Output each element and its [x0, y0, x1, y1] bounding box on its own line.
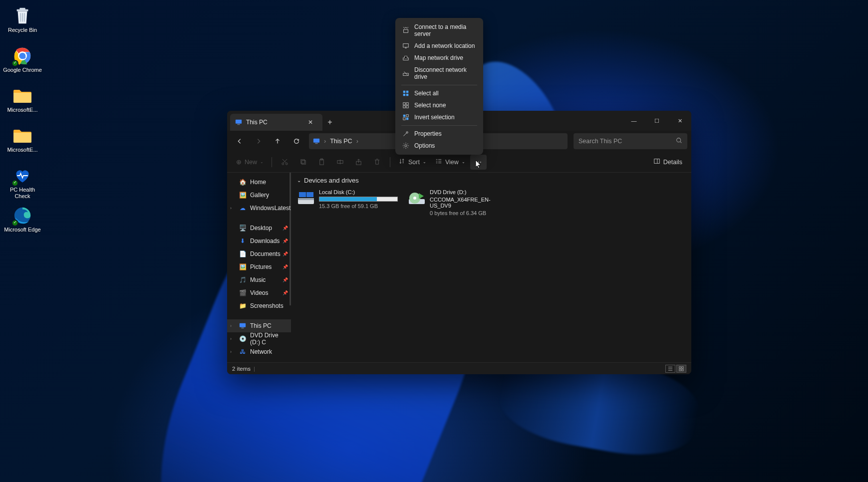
breadcrumb-location[interactable]: This PC	[330, 138, 352, 145]
refresh-button[interactable]	[288, 133, 305, 149]
edge-icon	[12, 206, 32, 226]
desktop-icon-folder-1[interactable]: MicrosoftE...	[0, 84, 45, 124]
sidebar-item-desktop[interactable]: 🖥️ Desktop 📌	[227, 222, 291, 235]
desktop-icon-pc-health[interactable]: PC Health Check	[0, 164, 45, 204]
media-server-icon	[402, 27, 409, 34]
paste-button[interactable]	[313, 155, 330, 170]
back-button[interactable]	[231, 133, 248, 149]
tab-this-pc[interactable]: This PC ✕	[230, 114, 322, 131]
sidebar-item-home[interactable]: 🏠 Home	[227, 176, 291, 189]
menu-select-none[interactable]: Select none	[397, 99, 481, 111]
svg-rect-29	[682, 366, 683, 368]
menu-properties[interactable]: Properties	[397, 128, 481, 140]
rename-button[interactable]	[331, 155, 349, 170]
menu-disconnect-network-drive[interactable]: Disconnect network drive	[397, 64, 481, 83]
sidebar-item-pictures[interactable]: 🖼️ Pictures 📌	[227, 260, 291, 273]
drive-free-text: 0 bytes free of 6.34 GB	[430, 210, 508, 216]
chevron-right-icon[interactable]: ›	[230, 336, 232, 341]
sidebar-item-downloads[interactable]: ⬇ Downloads 📌	[227, 235, 291, 247]
properties-icon	[402, 130, 409, 137]
desktop-icon-folder-2[interactable]: MicrosoftE...	[0, 124, 45, 164]
sidebar-item-network[interactable]: › 🖧 Network	[227, 345, 291, 358]
details-button[interactable]: Details	[649, 155, 686, 170]
new-tab-button[interactable]: +	[322, 114, 337, 131]
drive-dvd-d[interactable]: DVD Drive (D:) CCCOMA_X64FRE_EN-US_DV9 0…	[408, 189, 508, 216]
copy-button[interactable]	[294, 155, 312, 170]
tab-close-button[interactable]: ✕	[305, 118, 315, 127]
svg-rect-5	[236, 120, 242, 124]
search-input[interactable]: Search This PC	[574, 133, 687, 149]
delete-button[interactable]	[368, 155, 386, 170]
content-pane[interactable]: ⌄ Devices and drives Local Disk (C:) 15.…	[291, 173, 691, 362]
svg-point-11	[286, 163, 288, 165]
menu-map-network-drive[interactable]: Map network drive	[397, 52, 481, 64]
gallery-icon: 🖼️	[239, 192, 246, 199]
drive-sub: CCCOMA_X64FRE_EN-US_DV9	[430, 197, 508, 209]
chevron-right-icon[interactable]: ›	[230, 323, 232, 328]
desktop-icon-chrome[interactable]: Google Chrome	[0, 44, 45, 84]
menu-connect-media-server[interactable]: Connect to a media server	[397, 21, 481, 40]
menu-invert-selection[interactable]: Invert selection	[397, 111, 481, 123]
svg-rect-35	[403, 73, 409, 75]
more-button[interactable]: ⋯	[470, 155, 487, 170]
sort-button[interactable]: Sort ⌄	[394, 155, 430, 170]
menu-options[interactable]: Options	[397, 140, 481, 152]
ellipsis-icon: ⋯	[475, 158, 482, 166]
share-button[interactable]	[350, 155, 367, 170]
cut-button[interactable]	[276, 155, 293, 170]
svg-rect-19	[240, 323, 246, 327]
svg-rect-7	[313, 139, 319, 143]
shortcut-badge	[11, 180, 18, 187]
sidebar-item-dvd[interactable]: › 💿 DVD Drive (D:) C	[227, 332, 291, 345]
group-header-devices[interactable]: ⌄ Devices and drives	[297, 177, 685, 184]
menu-separator	[401, 125, 477, 126]
sidebar-item-music[interactable]: 🎵 Music 📌	[227, 273, 291, 286]
maximize-button[interactable]: ☐	[645, 111, 668, 131]
svg-rect-22	[298, 198, 314, 200]
window-controls: — ☐ ✕	[622, 111, 691, 131]
desktop-icon-edge[interactable]: Microsoft Edge	[0, 204, 45, 243]
home-icon: 🏠	[239, 179, 246, 186]
desktop-folder-icon: 🖥️	[239, 225, 246, 232]
svg-rect-14	[320, 160, 324, 165]
sidebar-item-gallery[interactable]: 🖼️ Gallery	[227, 189, 291, 202]
svg-rect-42	[403, 106, 405, 108]
desktop-icon-recycle-bin[interactable]: Recycle Bin	[0, 4, 45, 44]
svg-rect-33	[403, 44, 409, 47]
chevron-right-icon[interactable]: ›	[230, 206, 232, 211]
drive-local-disk-c[interactable]: Local Disk (C:) 15.3 GB free of 59.1 GB	[297, 189, 397, 216]
new-button[interactable]: ⊕ New ⌄	[232, 155, 268, 170]
svg-rect-30	[679, 369, 681, 370]
view-button[interactable]: View ⌄	[431, 155, 469, 170]
view-details-toggle[interactable]	[665, 365, 675, 373]
sidebar-item-videos[interactable]: 🎬 Videos 📌	[227, 286, 291, 299]
more-options-menu: Connect to a media server Add a network …	[395, 18, 483, 155]
desktop-icon-label: MicrosoftE...	[7, 107, 37, 113]
invert-selection-icon	[402, 114, 409, 121]
pc-icon	[313, 138, 320, 145]
sidebar-item-windowslatest[interactable]: › ☁ WindowsLatest	[227, 202, 291, 215]
svg-point-49	[405, 145, 407, 147]
music-icon: 🎵	[239, 276, 246, 283]
cloud-icon: ☁	[239, 205, 246, 212]
svg-rect-38	[403, 94, 405, 96]
sidebar-item-screenshots[interactable]: 📁 Screenshots	[227, 299, 291, 312]
chevron-right-icon[interactable]: ›	[230, 349, 232, 354]
forward-button[interactable]	[250, 133, 267, 149]
select-all-icon	[402, 90, 409, 97]
svg-rect-45	[406, 115, 408, 117]
desktop-icon-label: PC Health Check	[3, 187, 42, 200]
menu-add-network-location[interactable]: Add a network location	[397, 40, 481, 52]
sidebar-item-this-pc[interactable]: › This PC	[227, 319, 291, 332]
up-button[interactable]	[269, 133, 286, 149]
view-tiles-toggle[interactable]	[676, 365, 686, 373]
chevron-down-icon: ⌄	[423, 160, 426, 164]
menu-select-all[interactable]: Select all	[397, 87, 481, 99]
minimize-button[interactable]: —	[622, 111, 645, 131]
close-button[interactable]: ✕	[668, 111, 691, 131]
sidebar-item-documents[interactable]: 📄 Documents 📌	[227, 247, 291, 260]
status-bar: 2 items |	[227, 362, 691, 374]
separator	[272, 157, 272, 167]
pin-icon: 📌	[283, 239, 288, 243]
sidebar: 🏠 Home 🖼️ Gallery › ☁ WindowsLatest 🖥️ D…	[227, 173, 291, 362]
